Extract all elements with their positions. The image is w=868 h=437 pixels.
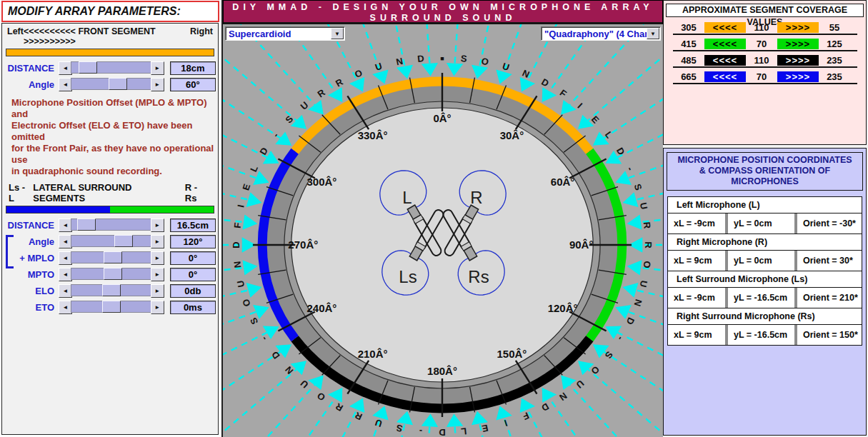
slider-row: Angle◄►60° (4, 77, 216, 92)
mic-x-value: xL = -9cm (668, 288, 728, 308)
channel-mode-dropdown[interactable]: "Quadraphony" (4 Channels ▼ (541, 26, 661, 41)
slider-label: MPTO (4, 269, 59, 280)
degree-label: 270Â° (288, 238, 318, 251)
soundfield-arrowhead-icon (328, 388, 342, 403)
mic-values-row: xL = 9cmyL = 0cmOrient = 30* (668, 251, 862, 271)
slider[interactable]: ◄► (59, 235, 164, 248)
slider[interactable]: ◄► (59, 301, 164, 314)
ring-letter: - (270, 131, 281, 139)
ring-letter: U (574, 378, 586, 390)
lateral-segment-color-bar (6, 206, 214, 214)
slider-row: DISTANCE◄►16.5cm (4, 218, 216, 233)
ring-letter: - (259, 335, 269, 343)
slider-right-arrow-icon[interactable]: ► (151, 78, 164, 91)
slider-right-arrow-icon[interactable]: ► (151, 268, 164, 281)
coverage-span: 70 (746, 71, 777, 82)
lateral-left-label: Ls - L (9, 182, 33, 204)
slider[interactable]: ◄► (59, 61, 164, 75)
segment-coverage-panel: APPROXIMATE SEGMENT COVERAGE VALUES 305<… (663, 0, 867, 145)
slider-right-arrow-icon[interactable]: ► (151, 301, 164, 314)
polar-pattern-dropdown[interactable]: Supercardioid ▼ (225, 26, 345, 41)
slider-right-arrow-icon[interactable]: ► (151, 251, 164, 265)
degree-label: 300Â° (306, 176, 336, 188)
slider-thumb[interactable] (104, 268, 122, 280)
mic-orient-value: Orient = 150* (797, 325, 862, 345)
panel-title: MODIFY ARRAY PARAMETERS: (1, 1, 219, 22)
mic-y-value: yL = -16.5cm (728, 288, 797, 308)
ring-letter: U (374, 417, 384, 429)
ring-letter: U (638, 201, 650, 210)
front-center-label: <<<<<<<<<< FRONT SEGMENT >>>>>>>>>> (24, 26, 190, 46)
ring-letter: N (521, 67, 532, 80)
soundfield-arrowhead-icon (447, 414, 463, 427)
mic-y-value: yL = 0cm (728, 214, 797, 233)
soundfield-arrow-icon (223, 60, 284, 140)
soundfield-arrow-icon (601, 349, 663, 429)
degree-label: 90Â° (569, 238, 594, 251)
slider[interactable]: ◄► (59, 268, 164, 281)
slider-thumb[interactable] (102, 284, 121, 296)
soundfield-arrow-icon (601, 60, 663, 140)
ring-letter: L (248, 164, 260, 174)
slider-value: 0ms (170, 301, 216, 314)
slider-thumb[interactable] (77, 218, 96, 231)
ring-letter: N (632, 298, 644, 308)
ring-letter: D (231, 241, 241, 248)
app-title-line2: SURROUND SOUND (224, 13, 662, 24)
dropdown-arrow-icon[interactable]: ▼ (647, 28, 659, 39)
slider[interactable]: ◄► (59, 78, 164, 91)
mic-orient-value: Orient = 210* (797, 288, 862, 308)
slider[interactable]: ◄► (59, 284, 164, 298)
coverage-to: 235 (819, 71, 850, 82)
soundfield-arrow-icon (295, 406, 359, 437)
coverage-from: 305 (673, 22, 704, 33)
slider-thumb[interactable] (102, 301, 121, 313)
slider-right-arrow-icon[interactable]: ► (151, 235, 164, 248)
soundfield-panel: DIY MMAD - DESIGN YOUR OWN MICROPHONE AR… (223, 0, 663, 437)
slider-row: ETO◄►0ms (4, 300, 216, 315)
coverage-right-arrows: >>>> (777, 22, 819, 33)
coordinates-title-line1: MICROPHONE POSITION COORDINATES (667, 155, 862, 166)
front-right-label: Right (190, 26, 213, 46)
coordinates-title-line2: & COMPASS ORIENTATION OF MICROPHONES (667, 166, 862, 187)
right-column: APPROXIMATE SEGMENT COVERAGE VALUES 305<… (663, 0, 868, 437)
ring-letter: R (334, 76, 345, 89)
ring-letter: D (624, 316, 637, 326)
front-segment-header: Left <<<<<<<<<< FRONT SEGMENT >>>>>>>>>>… (4, 26, 216, 46)
ring-letter: N (395, 56, 404, 68)
degree-label: 180Â° (427, 365, 457, 377)
slider[interactable]: ◄► (59, 251, 164, 265)
ring-letter: I (576, 101, 585, 111)
coverage-from: 665 (673, 71, 704, 82)
ring-letter: - (615, 335, 626, 343)
soundfield-arrowhead-icon (542, 388, 557, 403)
soundfield-arrowhead-icon (496, 406, 512, 420)
slider-right-arrow-icon[interactable]: ► (151, 218, 164, 232)
ring-letter: E (240, 182, 252, 191)
slider-right-arrow-icon[interactable]: ► (151, 61, 164, 75)
slider-row: + MPLO◄►0° (4, 251, 216, 266)
soundfield-arrowhead-icon (349, 398, 364, 413)
ring-letter: U (299, 378, 311, 390)
modify-array-parameters-panel: MODIFY ARRAY PARAMETERS: Left <<<<<<<<<<… (0, 0, 223, 437)
slider-thumb[interactable] (79, 61, 97, 74)
slider-row: DISTANCE◄►18cm (4, 61, 216, 76)
ring-letter: N (557, 391, 569, 403)
mic-x-value: xL = 9cm (668, 251, 728, 271)
mic-section-header: Left Surround Microphone (Ls) (668, 271, 862, 288)
slider-thumb[interactable] (104, 251, 122, 263)
slider-thumb[interactable] (114, 235, 133, 247)
soundfield-arrow-icon (585, 30, 663, 124)
dropdown-arrow-icon[interactable]: ▼ (331, 28, 344, 39)
slider-right-arrow-icon[interactable]: ► (151, 284, 164, 298)
coverage-span: 70 (746, 39, 777, 49)
mic-section-header: Right Surround Microphone (Rs) (668, 308, 862, 325)
ring-letter: U (235, 279, 247, 288)
offset-warning-text: Microphone Position Offset (MPLO & MPTO)… (11, 97, 214, 177)
slider-thumb[interactable] (109, 78, 127, 90)
coverage-row: 485<<<<110>>>>235 (673, 54, 857, 68)
slider-track[interactable] (71, 235, 152, 247)
coordinates-panel-title: MICROPHONE POSITION COORDINATES & COMPAS… (667, 152, 863, 191)
slider[interactable]: ◄► (59, 218, 164, 232)
mic-x-value: xL = 9cm (668, 325, 728, 345)
